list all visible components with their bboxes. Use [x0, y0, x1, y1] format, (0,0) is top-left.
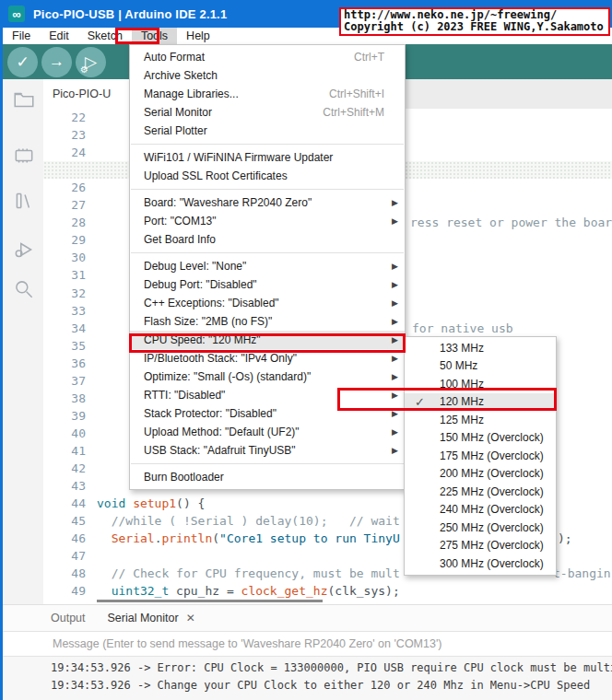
code-token: "Core1 setup to run TinyU [219, 531, 400, 545]
menu-item-burn-bootloader[interactable]: Burn Bootloader [130, 468, 405, 486]
submenu-item-175-mhz-overclock[interactable]: 175 MHz (Overclock) [405, 447, 556, 465]
menu-separator [131, 189, 404, 190]
upload-button[interactable]: → [41, 47, 72, 77]
submenu-item-125-mhz[interactable]: 125 MHz [405, 411, 556, 429]
line-number[interactable]: 22 [43, 109, 86, 126]
code-text: //while ( !Serial ) delay(10); // wait [97, 512, 400, 530]
line-number[interactable]: 24 [43, 144, 86, 161]
bottom-tab-output[interactable]: Output [51, 612, 86, 624]
serial-output: 19:34:53.926 -> Error: CPU Clock = 13300… [3, 657, 612, 700]
line-number[interactable]: 41 [43, 442, 86, 460]
line-number[interactable]: 33 [43, 302, 86, 320]
line-number[interactable]: 26 [43, 179, 86, 196]
chevron-right-icon: ▶ [392, 298, 398, 308]
line-number[interactable]: 39 [43, 407, 86, 425]
menubar-item-edit[interactable]: Edit [40, 28, 78, 44]
menu-item-debug-level-none[interactable]: Debug Level: "None"▶ [130, 257, 405, 275]
bottom-tabs: OutputSerial Monitor✕ [3, 605, 612, 631]
line-number[interactable]: 43 [43, 477, 86, 495]
line-number[interactable]: 37 [43, 372, 86, 390]
line-number[interactable]: 46 [43, 530, 86, 547]
code-token: Serial [112, 531, 155, 545]
folder-icon[interactable] [12, 88, 36, 111]
line-number[interactable]: 40 [43, 425, 86, 442]
chevron-right-icon: ▶ [392, 427, 398, 437]
code-fragment: for native usb [412, 320, 513, 337]
serial-message-input[interactable] [51, 636, 598, 651]
code-line-49[interactable]: 49 uint32_t cpu_hz = clock_get_hz(clk_sy… [43, 582, 612, 600]
menu-item-optimize-small-os-standard[interactable]: Optimize: "Small (-Os) (standard)"▶ [130, 368, 405, 386]
menu-item-get-board-info[interactable]: Get Board Info [130, 230, 405, 249]
menubar-item-file[interactable]: File [3, 28, 40, 44]
menu-item-board-waveshare-rp2040-zero[interactable]: Board: "Waveshare RP2040 Zero"▶ [130, 193, 405, 212]
submenu-item-300-mhz-overclock[interactable]: 300 MHz (Overclock) [405, 554, 556, 573]
submenu-item-200-mhz-overclock[interactable]: 200 MHz (Overclock) [405, 465, 556, 484]
line-number[interactable]: 32 [43, 285, 86, 302]
submenu-item-133-mhz[interactable]: 133 MHz [405, 339, 556, 357]
close-icon[interactable]: ✕ [186, 612, 195, 624]
line-number[interactable]: 28 [43, 214, 86, 231]
submenu-item-label: 120 MHz [440, 395, 484, 408]
menu-item-ip-bluetooth-stack-ipv4-only[interactable]: IP/Bluetooth Stack: "IPv4 Only"▶ [130, 349, 405, 368]
submenu-item-100-mhz[interactable]: 100 MHz [405, 375, 556, 393]
submenu-item-label: 225 MHz (Overclock) [440, 485, 544, 498]
line-number[interactable]: 45 [43, 512, 86, 530]
menu-item-stack-protector-disabled[interactable]: Stack Protector: "Disabled"▶ [130, 404, 405, 423]
line-number[interactable]: 38 [43, 390, 86, 407]
library-icon[interactable] [12, 189, 36, 213]
search-icon[interactable] [12, 277, 36, 301]
menu-item-cpu-speed-120-mhz[interactable]: CPU Speed: "120 MHz"▶ [130, 331, 405, 349]
menu-item-label: C++ Exceptions: "Disabled" [144, 297, 279, 309]
code-token: (clk_sys); [327, 584, 399, 598]
menu-item-flash-size-2mb-no-fs[interactable]: Flash Size: "2MB (no FS)"▶ [130, 312, 405, 331]
menu-item-usb-stack-adafruit-tinyusb[interactable]: USB Stack: "Adafruit TinyUSB"▶ [130, 441, 405, 460]
submenu-item-240-mhz-overclock[interactable]: 240 MHz (Overclock) [405, 501, 556, 519]
debug-icon[interactable] [12, 238, 36, 262]
line-number[interactable]: 35 [43, 337, 86, 355]
tab-pico-pio-usb[interactable]: Pico-PIO-U [43, 79, 135, 109]
menubar-item-tools[interactable]: Tools [132, 28, 177, 44]
menu-item-archive-sketch[interactable]: Archive Sketch [130, 66, 405, 85]
boards-icon[interactable] [12, 144, 36, 168]
menu-item-label: Archive Sketch [144, 69, 218, 82]
line-number[interactable]: 34 [43, 320, 86, 337]
menubar-item-help[interactable]: Help [177, 28, 219, 44]
submenu-item-50-mhz[interactable]: 50 MHz [405, 357, 556, 376]
menu-item-label: USB Stack: "Adafruit TinyUSB" [144, 444, 296, 457]
code-text: uint32_t cpu_hz = clock_get_hz(clk_sys); [97, 582, 400, 600]
line-number[interactable]: 23 [43, 126, 86, 144]
chevron-right-icon: ▶ [392, 335, 398, 344]
line-number[interactable]: 44 [43, 495, 86, 512]
submenu-item-250-mhz-overclock[interactable]: 250 MHz (Overclock) [405, 519, 556, 537]
line-number[interactable]: 47 [43, 547, 86, 565]
submenu-item-225-mhz-overclock[interactable]: 225 MHz (Overclock) [405, 483, 556, 501]
code-token [97, 531, 112, 545]
line-number[interactable]: 42 [43, 460, 86, 477]
menu-item-c-exceptions-disabled[interactable]: C++ Exceptions: "Disabled"▶ [130, 294, 405, 312]
menu-item-port-com13[interactable]: Port: "COM13"▶ [130, 212, 405, 230]
line-number[interactable]: 29 [43, 231, 86, 249]
menu-item-auto-format[interactable]: Auto FormatCtrl+T [130, 48, 405, 66]
debug-button[interactable]: ▷⚙ [76, 47, 106, 77]
line-number[interactable]: 48 [43, 565, 86, 582]
line-number[interactable]: 36 [43, 355, 86, 372]
submenu-item-120-mhz[interactable]: ✓120 MHz [405, 393, 556, 412]
menu-item-serial-monitor[interactable]: Serial MonitorCtrl+Shift+M [130, 103, 405, 122]
menu-item-wifi101-wifinina-firmware-updater[interactable]: WiFi101 / WiFiNINA Firmware Updater [130, 148, 405, 167]
menu-item-rtti-disabled[interactable]: RTTI: "Disabled"▶ [130, 386, 405, 404]
verify-button[interactable]: ✓ [7, 47, 38, 77]
horizontal-scrollbar-thumb[interactable] [97, 600, 323, 602]
bottom-tab-serial-monitor[interactable]: Serial Monitor✕ [108, 612, 195, 624]
menu-item-upload-ssl-root-certificates[interactable]: Upload SSL Root Certificates [130, 167, 405, 185]
menu-item-debug-port-disabled[interactable]: Debug Port: "Disabled"▶ [130, 275, 405, 294]
menu-item-upload-method-default-uf2[interactable]: Upload Method: "Default (UF2)"▶ [130, 423, 405, 441]
line-number[interactable]: 49 [43, 582, 86, 600]
menubar-item-sketch[interactable]: Sketch [78, 28, 132, 44]
submenu-item-275-mhz-overclock[interactable]: 275 MHz (Overclock) [405, 537, 556, 555]
line-number[interactable]: 27 [43, 196, 86, 214]
line-number[interactable]: 30 [43, 249, 86, 266]
menu-item-manage-libraries[interactable]: Manage Libraries...Ctrl+Shift+I [130, 85, 405, 103]
submenu-item-150-mhz-overclock[interactable]: 150 MHz (Overclock) [405, 429, 556, 448]
menu-item-serial-plotter[interactable]: Serial Plotter [130, 122, 405, 140]
line-number[interactable]: 31 [43, 266, 86, 284]
